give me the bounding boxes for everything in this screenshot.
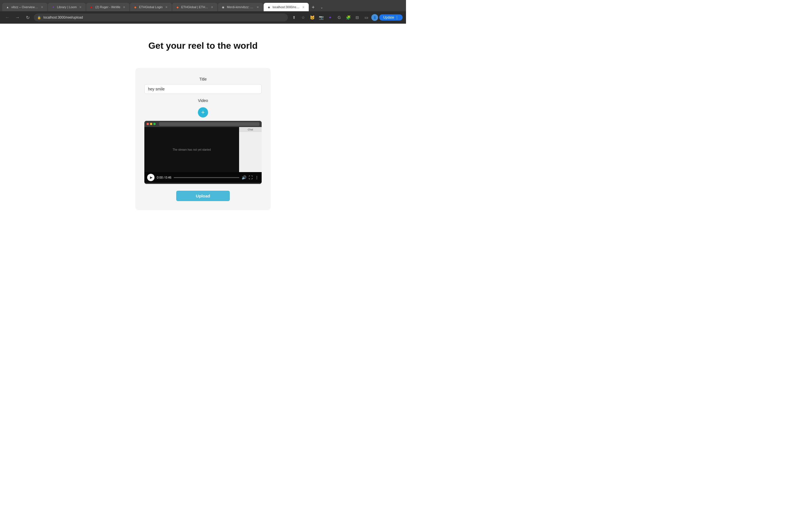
tab-title-library-loom: Library | Loom xyxy=(57,5,77,9)
update-button[interactable]: Update ⋮ xyxy=(379,14,403,20)
tab-favicon-ethglobal-online: ◆ xyxy=(175,5,180,9)
address-bar[interactable]: 🔒 localhost:3000/reel/upload xyxy=(34,13,288,21)
dot-red xyxy=(147,123,149,125)
video-preview: The stream has not yet started Chat ▶ 0:… xyxy=(144,121,262,184)
tab-favicon-ethglobal-login: ◆ xyxy=(133,5,137,9)
tab-list-button[interactable]: ⌄ xyxy=(318,3,326,11)
tab-bar: ▲ vibzz – Overview – Ve ✕ ✦ Library | Lo… xyxy=(0,0,406,11)
cast-icon[interactable]: ▭ xyxy=(362,13,370,21)
video-content-area: The stream has not yet started Chat xyxy=(144,127,262,172)
forward-button[interactable]: → xyxy=(13,13,21,21)
extension-icon-2[interactable]: 📷 xyxy=(317,13,325,21)
page-heading: Get your reel to the world xyxy=(148,41,258,51)
upload-button-label: Upload xyxy=(196,193,210,198)
video-controls: ▶ 0:00 / 0:46 🔊 ⛶ ⋮ xyxy=(144,172,262,183)
stream-status-text: The stream has not yet started xyxy=(172,148,211,151)
tab-favicon-merdi-kim: ◉ xyxy=(221,5,225,9)
video-label: Video xyxy=(198,98,208,103)
update-button-label: Update xyxy=(383,15,394,19)
play-button[interactable]: ▶ xyxy=(147,174,154,181)
tab-title-ruger: (2) Ruger - WeWe xyxy=(95,5,120,9)
extension-icon-1[interactable]: 🐱 xyxy=(308,13,316,21)
tab-title-localhost: localhost:3000/reel/u xyxy=(273,5,300,9)
tab-ethglobal-login[interactable]: ◆ ETHGlobal Login ✕ xyxy=(130,3,172,11)
fullscreen-icon[interactable]: ⛶ xyxy=(249,175,253,180)
profile-avatar[interactable]: 👤 xyxy=(371,14,378,21)
title-input[interactable] xyxy=(144,84,262,94)
page-content: Get your reel to the world Title Video + xyxy=(0,24,406,253)
lock-icon: 🔒 xyxy=(37,16,41,19)
tab-localhost[interactable]: ◆ localhost:3000/reel/u ✕ xyxy=(264,3,309,11)
plus-icon: + xyxy=(201,109,205,115)
tab-ruger[interactable]: ▶ (2) Ruger - WeWe ✕ xyxy=(86,3,130,11)
browser-chrome: ▲ vibzz – Overview – Ve ✕ ✦ Library | Lo… xyxy=(0,0,406,24)
video-section: Video + The stream has not yet started xyxy=(144,98,262,184)
tab-title-ethglobal-online: ETHGlobal | ETHOnlin xyxy=(181,5,208,9)
add-video-button[interactable]: + xyxy=(198,107,208,117)
video-main-area: The stream has not yet started xyxy=(144,127,239,172)
tab-library-loom[interactable]: ✦ Library | Loom ✕ xyxy=(48,3,86,11)
dot-yellow xyxy=(150,123,152,125)
video-browser-bar xyxy=(144,121,262,127)
tab-close-merdi-kim[interactable]: ✕ xyxy=(256,5,260,9)
tab-ethglobal-online[interactable]: ◆ ETHGlobal | ETHOnlin ✕ xyxy=(172,3,217,11)
reload-button[interactable]: ↻ xyxy=(24,13,32,21)
tab-close-ethglobal-online[interactable]: ✕ xyxy=(210,5,214,9)
title-field-group: Title xyxy=(144,77,262,94)
update-button-chevron: ⋮ xyxy=(395,15,399,19)
tab-vibzz[interactable]: ▲ vibzz – Overview – Ve ✕ xyxy=(2,3,47,11)
toolbar-icons: ⬆ ☆ 🐱 📷 ✦ G 🧩 ⊟ ▭ 👤 Update ⋮ xyxy=(290,13,403,21)
tab-favicon-library-loom: ✦ xyxy=(51,5,55,9)
video-browser-url-bar xyxy=(159,122,259,126)
time-display: 0:00 / 0:46 xyxy=(157,176,171,179)
dot-green xyxy=(153,123,156,125)
title-label: Title xyxy=(199,77,207,81)
tab-title-merdi-kim: Merdi-kim/vibzz: Sho xyxy=(227,5,254,9)
tab-merdi-kim[interactable]: ◉ Merdi-kim/vibzz: Sho ✕ xyxy=(218,3,263,11)
upload-button[interactable]: Upload xyxy=(176,191,230,201)
tab-close-localhost[interactable]: ✕ xyxy=(301,5,305,9)
tab-favicon-ruger: ▶ xyxy=(90,5,94,9)
tab-favicon-localhost: ◆ xyxy=(267,5,271,9)
play-icon: ▶ xyxy=(150,175,153,179)
tab-close-ethglobal-login[interactable]: ✕ xyxy=(164,5,168,9)
address-bar-row: ← → ↻ 🔒 localhost:3000/reel/upload ⬆ ☆ 🐱… xyxy=(0,11,406,24)
media-icon[interactable]: ⊟ xyxy=(353,13,361,21)
tab-title-ethglobal-login: ETHGlobal Login xyxy=(139,5,163,9)
extensions-icon[interactable]: 🧩 xyxy=(344,13,352,21)
video-progress-bar[interactable] xyxy=(174,177,239,178)
video-chat-sidebar: Chat xyxy=(239,127,262,172)
extension-icon-4[interactable]: G xyxy=(335,13,343,21)
tab-close-vibzz[interactable]: ✕ xyxy=(40,5,44,9)
more-options-icon[interactable]: ⋮ xyxy=(255,175,259,180)
video-progress-container xyxy=(144,183,262,184)
tab-close-ruger[interactable]: ✕ xyxy=(122,5,126,9)
upload-card: Title Video + The st xyxy=(135,68,271,210)
back-button[interactable]: ← xyxy=(3,13,11,21)
tab-close-library-loom[interactable]: ✕ xyxy=(79,5,82,9)
extension-icon-3[interactable]: ✦ xyxy=(326,13,334,21)
share-icon[interactable]: ⬆ xyxy=(290,13,298,21)
chat-label: Chat xyxy=(239,127,262,132)
url-display: localhost:3000/reel/upload xyxy=(43,15,285,19)
new-tab-button[interactable]: + xyxy=(309,3,317,11)
bookmark-icon[interactable]: ☆ xyxy=(299,13,307,21)
tab-favicon-vibzz: ▲ xyxy=(6,5,10,9)
tab-title-vibzz: vibzz – Overview – Ve xyxy=(11,5,38,9)
volume-icon[interactable]: 🔊 xyxy=(242,175,246,180)
